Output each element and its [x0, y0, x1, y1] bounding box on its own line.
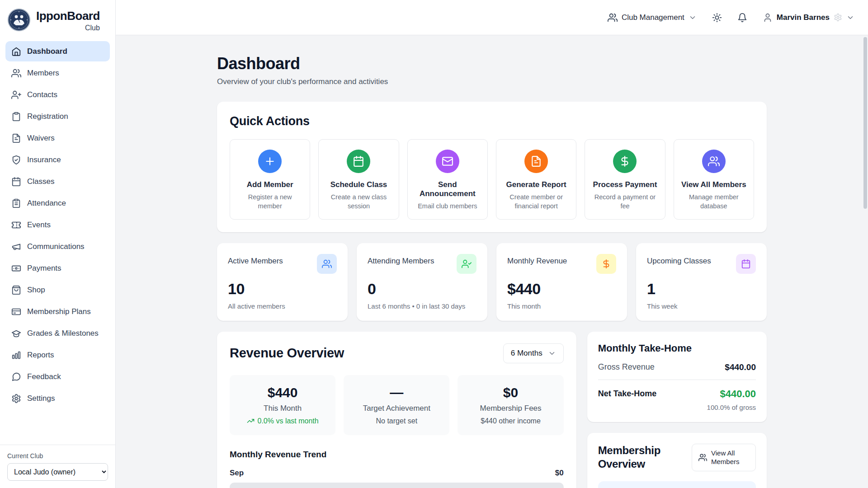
gross-revenue-label: Gross Revenue — [598, 362, 655, 372]
shield-check-icon — [11, 155, 21, 165]
sidebar-item-membership-plans[interactable]: Membership Plans — [5, 301, 110, 322]
user-menu[interactable]: Marvin Barnes — [763, 13, 854, 23]
summary-value: $0 — [464, 385, 557, 400]
monthly-take-home-panel: Monthly Take-Home Gross Revenue $440.00 … — [587, 332, 767, 422]
sidebar-item-waivers[interactable]: Waivers — [5, 128, 110, 148]
calendar-icon — [347, 150, 370, 173]
clipboard-icon — [11, 112, 21, 122]
sidebar-item-classes[interactable]: Classes — [5, 171, 110, 192]
dollar-sign-icon — [613, 150, 637, 173]
sidebar-item-feedback[interactable]: Feedback — [5, 366, 110, 387]
revenue-overview-panel: Revenue Overview 6 Months $440 This Mont… — [217, 332, 576, 488]
sidebar-item-members[interactable]: Members — [5, 63, 110, 83]
sidebar-item-insurance[interactable]: Insurance — [5, 150, 110, 170]
content-scroll-area[interactable]: Dashboard Overview of your club's perfor… — [116, 35, 868, 488]
sidebar-item-label: Members — [27, 69, 59, 78]
current-club-section: Current Club Local Judo (owner) — [0, 445, 115, 488]
chevron-down-icon — [846, 14, 854, 22]
membership-overview-title: Membership Overview — [598, 444, 670, 471]
revenue-overview-title: Revenue Overview — [230, 346, 344, 361]
sidebar-nav: Dashboard Members Contacts Registration … — [0, 37, 115, 445]
net-take-home-note: 100.0% of gross — [598, 404, 756, 411]
stat-card-monthly-revenue: Monthly Revenue $440 This month — [496, 243, 627, 321]
user-plus-icon — [11, 90, 21, 100]
sidebar-item-label: Attendance — [27, 199, 66, 208]
sidebar-item-grades-milestones[interactable]: Grades & Milestones — [5, 323, 110, 343]
sidebar-item-label: Insurance — [27, 155, 61, 164]
sidebar-item-reports[interactable]: Reports — [5, 345, 110, 365]
dollar-sign-icon — [596, 254, 616, 274]
sidebar-item-attendance[interactable]: Attendance — [5, 193, 110, 213]
bar-chart-icon — [11, 350, 21, 360]
sidebar-item-label: Classes — [27, 177, 54, 186]
quick-action-label: Generate Report — [506, 180, 566, 189]
sidebar-item-label: Communications — [27, 242, 85, 251]
sidebar-item-registration[interactable]: Registration — [5, 106, 110, 127]
stat-label: Active Members — [228, 257, 283, 266]
sidebar-item-settings[interactable]: Settings — [5, 388, 110, 408]
sidebar-item-shop[interactable]: Shop — [5, 280, 110, 300]
stat-value: $440 — [507, 280, 616, 298]
stat-caption: All active members — [228, 302, 337, 310]
trend-bar — [230, 483, 564, 488]
period-selector-value: 6 Months — [511, 349, 542, 358]
summary-label: Target Achievement — [350, 404, 443, 413]
brand: IpponBoard Club — [0, 0, 115, 37]
message-circle-icon — [11, 372, 21, 382]
banknote-icon — [11, 263, 21, 273]
view-all-members-button[interactable]: View All Members — [692, 444, 756, 471]
user-name: Marvin Barnes — [777, 13, 830, 22]
club-management-menu[interactable]: Club Management — [608, 13, 697, 23]
gross-revenue-value: $440.00 — [725, 362, 756, 372]
quick-action-label: Add Member — [247, 180, 293, 189]
sidebar-item-label: Reports — [27, 351, 54, 360]
app-logo — [7, 8, 31, 32]
scrollbar[interactable] — [863, 37, 867, 484]
sidebar-item-events[interactable]: Events — [5, 215, 110, 235]
summary-value: $440 — [236, 385, 329, 400]
file-text-icon — [11, 133, 21, 143]
scrollbar-thumb[interactable] — [863, 37, 867, 209]
summary-value: — — [350, 385, 443, 400]
quick-action-label: Schedule Class — [330, 180, 387, 189]
stat-caption: This week — [647, 302, 756, 310]
take-home-title: Monthly Take-Home — [598, 343, 756, 354]
quick-action-view-all-members[interactable]: View All Members Manage member database — [674, 139, 754, 220]
summary-label: Membership Fees — [464, 404, 557, 413]
summary-note: 0.0% vs last month — [258, 417, 319, 425]
sidebar-item-label: Membership Plans — [27, 307, 91, 316]
period-selector[interactable]: 6 Months — [503, 343, 564, 363]
sidebar-item-label: Dashboard — [27, 47, 67, 56]
quick-action-send-announcement[interactable]: Send Announcement Email club members — [407, 139, 488, 220]
net-take-home-label: Net Take-Home — [598, 389, 657, 399]
main-area: Club Management Marvin Barnes Dashboard … — [116, 0, 868, 488]
sidebar-item-payments[interactable]: Payments — [5, 258, 110, 278]
shopping-bag-icon — [11, 285, 21, 295]
quick-action-add-member[interactable]: Add Member Register a new member — [230, 139, 310, 220]
sidebar-item-label: Payments — [27, 264, 61, 273]
current-club-select[interactable]: Local Judo (owner) — [7, 463, 108, 481]
gear-icon — [834, 13, 842, 22]
sidebar-item-contacts[interactable]: Contacts — [5, 84, 110, 105]
sidebar-item-communications[interactable]: Communications — [5, 236, 110, 257]
sidebar-item-dashboard[interactable]: Dashboard — [5, 41, 110, 61]
stat-card-upcoming-classes: Upcoming Classes 1 This week — [636, 243, 767, 321]
total-members-box: 10 Total Members +1 this month — [598, 481, 756, 488]
users-icon — [608, 13, 618, 23]
page-title: Dashboard — [217, 54, 767, 73]
revenue-summary-membership-fees: $0 Membership Fees $440 other income — [458, 375, 563, 435]
quick-action-process-payment[interactable]: Process Payment Record a payment or fee — [585, 139, 665, 220]
page-subtitle: Overview of your club's performance and … — [217, 77, 767, 86]
calendar-icon — [736, 254, 756, 274]
sidebar-item-label: Events — [27, 221, 51, 230]
notifications-button[interactable] — [737, 13, 747, 23]
quick-action-description: Manage member database — [679, 193, 748, 211]
users-icon — [698, 453, 707, 462]
stat-caption: This month — [507, 302, 616, 310]
theme-toggle-button[interactable] — [712, 13, 722, 23]
stat-card-active-members: Active Members 10 All active members — [217, 243, 348, 321]
quick-action-generate-report[interactable]: Generate Report Create member or financi… — [496, 139, 576, 220]
sidebar-item-label: Feedback — [27, 372, 61, 381]
quick-action-schedule-class[interactable]: Schedule Class Create a new class sessio… — [318, 139, 399, 220]
net-take-home-value: $440.00 — [720, 388, 756, 400]
